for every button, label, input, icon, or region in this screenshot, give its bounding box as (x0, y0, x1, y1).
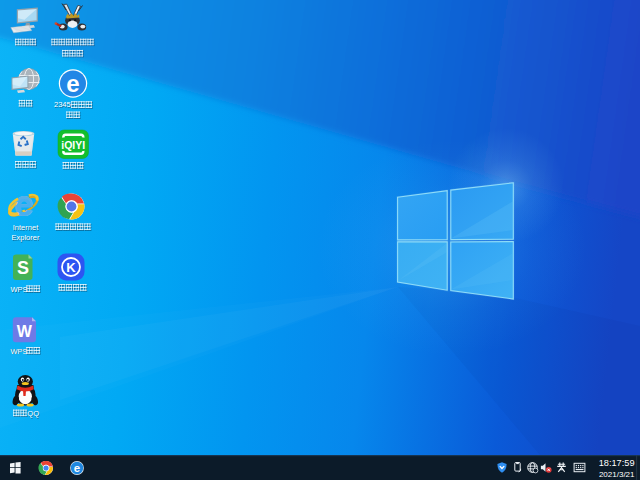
svg-text:QQ: QQ (27, 409, 39, 418)
svg-text:WPS: WPS (11, 347, 28, 356)
svg-text:e: e (66, 70, 79, 97)
svg-text:S: S (17, 258, 29, 278)
svg-text:Explorer: Explorer (12, 233, 40, 242)
svg-text:iQIYI: iQIYI (61, 139, 85, 151)
svg-text:Internet: Internet (13, 223, 39, 232)
svg-text:18:17:59: 18:17:59 (599, 458, 635, 468)
svg-text:WPS: WPS (11, 285, 28, 294)
svg-text:W: W (17, 323, 33, 340)
svg-text:e: e (74, 462, 80, 474)
svg-text:2021/3/21: 2021/3/21 (599, 470, 635, 479)
svg-text:2345: 2345 (54, 100, 71, 109)
svg-text:K: K (66, 260, 76, 275)
svg-text:e: e (15, 189, 31, 221)
